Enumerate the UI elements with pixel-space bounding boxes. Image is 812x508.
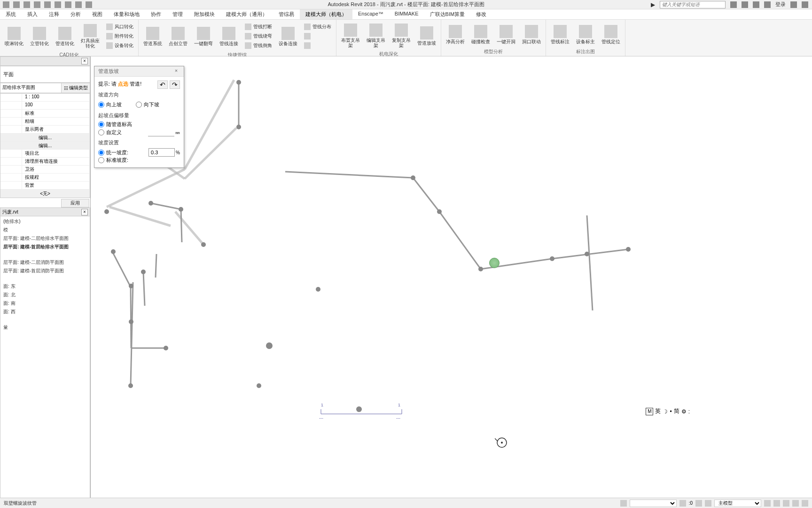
ribbon-button[interactable]: 一键开洞 [494,23,518,46]
status-icon[interactable] [802,500,808,507]
ribbon-tab[interactable]: 管理 [167,9,188,19]
tree-item[interactable]: 面: 北 [1,291,89,299]
selection-dropdown[interactable] [630,500,677,507]
ribbon-tab[interactable]: 分析 [65,9,86,19]
ribbon-button[interactable]: 编辑支吊架 [364,22,388,50]
tree-item[interactable]: 面: 东 [1,282,89,291]
property-row[interactable]: 项目北 [0,150,90,158]
ribbon-tab[interactable]: 注释 [43,9,65,19]
ribbon-button[interactable]: 立管转化 [27,25,52,48]
view-type-selector[interactable]: 平面 [0,66,90,83]
tree-item[interactable]: (给排水) [1,217,89,226]
ribbon-small-button[interactable]: 管线打断 [243,23,274,31]
ribbon-tab[interactable]: 修改 [470,9,492,19]
tree-item[interactable]: 层平面: 建模-二层给排水平面图 [1,234,89,243]
model-dropdown[interactable]: 主模型 [714,500,761,507]
ribbon-button[interactable]: 灯具插座转化 [78,22,102,50]
ribbon-button[interactable]: 设备连接 [276,25,300,48]
ime-indicator[interactable]: M 英 ☽ • 简 ⚙ : [646,407,690,415]
ribbon-button[interactable]: 复制支吊架 [389,22,414,50]
ribbon-tab[interactable]: 建模大师（通用） [220,9,273,19]
ribbon-tab[interactable]: 系统 [0,9,22,19]
ribbon-button[interactable]: 净高分析 [443,23,468,46]
property-row[interactable]: 精细 [0,118,90,126]
person-icon[interactable] [764,1,771,8]
ribbon-button[interactable]: 喷淋转化 [2,25,26,48]
ribbon-tab[interactable]: 广联达BIM算量 [424,9,471,19]
close-icon[interactable]: × [81,58,88,64]
ime-simp[interactable]: 简 [674,407,679,415]
ribbon-button[interactable]: 布置支吊架 [338,22,363,50]
ribbon-tab[interactable]: BIMMAKE [389,9,424,19]
ribbon-tab[interactable]: 视图 [86,9,108,19]
property-row[interactable]: 清理所有墙连接 [0,158,90,166]
qat-icon[interactable] [13,1,20,8]
status-icon[interactable] [792,500,799,507]
compass-icon[interactable] [495,436,509,450]
radio-down[interactable]: 向下坡 [136,101,159,108]
status-icon[interactable] [705,500,711,507]
ribbon-button[interactable]: 点创立管 [166,25,190,48]
ribbon-small-button[interactable]: 风口转化 [104,23,135,31]
tree-item[interactable]: 层平面: 建模-首层给排水平面图 [1,243,89,251]
tree-item[interactable]: 层平面: 建模-首层消防平面图 [1,267,89,275]
ribbon-button[interactable]: 碰撞检查 [468,23,493,46]
qat-icon[interactable] [3,1,9,8]
search-input[interactable] [660,1,726,8]
property-row[interactable]: 100 [0,102,90,110]
qat-icon[interactable] [44,1,51,8]
ribbon-button[interactable]: 洞口联动 [519,23,544,46]
prev-button[interactable]: ↶ [157,80,168,89]
status-icon[interactable] [783,500,789,507]
ribbon-small-button[interactable]: 附件转化 [104,32,135,40]
ribbon-button[interactable]: 管道系统 [141,25,165,48]
ribbon-small-button[interactable]: 管线分布 [302,23,333,31]
ribbon-tab[interactable]: 协作 [145,9,167,19]
ribbon-small-button[interactable]: 设备转化 [104,41,135,50]
edit-button[interactable]: 编辑... [0,142,90,150]
qat-icon[interactable] [23,1,30,8]
next-button[interactable]: ↷ [170,80,180,89]
status-icon[interactable] [695,500,702,507]
ime-gear-icon[interactable]: ⚙ [681,408,687,415]
status-icon[interactable] [679,500,686,507]
tree-item[interactable] [1,316,89,323]
ime-mode[interactable]: M [646,408,653,415]
tree-item[interactable] [1,251,89,258]
property-row[interactable]: 卫浴 [0,166,90,174]
ribbon-button[interactable]: 一键翻弯 [191,25,216,48]
radio-standard[interactable]: 标准坡度: [98,157,180,164]
tree-item[interactable]: 面: 南 [1,299,89,308]
type-dropdown[interactable]: 层给排水平面图 [0,83,62,93]
property-row[interactable]: 1 : 100 [0,94,90,102]
ribbon-button[interactable]: 管线定位 [599,23,623,46]
qat-icon[interactable] [65,1,71,8]
close-icon[interactable]: × [172,68,180,75]
star-icon[interactable] [753,1,759,8]
close-icon[interactable]: × [81,209,88,215]
help-icon[interactable] [802,1,808,8]
search-icon[interactable] [730,1,737,8]
ribbon-button[interactable]: 管线连接 [217,25,241,48]
ribbon-tab[interactable]: 管综易 [273,9,300,19]
tree-item[interactable]: 面: 西 [1,308,89,316]
custom-offset-input[interactable] [148,128,174,136]
ribbon-button[interactable]: 设备标主 [573,23,598,46]
property-row[interactable]: 标准 [0,110,90,118]
radio-unified[interactable]: 统一坡度: % [98,148,180,157]
status-icon[interactable] [620,500,627,507]
qat-icon[interactable] [55,1,61,8]
ribbon-tab[interactable]: Enscape™ [352,9,389,19]
ribbon-button[interactable]: 管道转化 [53,25,77,48]
ribbon-tab[interactable]: 建模大师（机电） [300,9,352,19]
radio-follow-pipe[interactable]: 随管道标高 [98,121,180,128]
qat-icon[interactable] [86,1,92,8]
ribbon-tab[interactable]: 附加模块 [188,9,220,19]
property-row[interactable]: 按规程 [0,174,90,182]
edit-button[interactable]: 编辑... [0,134,90,142]
radio-custom[interactable]: 自定义 ㎜ [98,128,180,136]
ribbon-small-button[interactable]: 管线倒角 [243,41,274,50]
property-row[interactable]: 显示两者 [0,126,90,134]
tree-item[interactable]: 层平面: 建模-二层消防平面图 [1,258,89,267]
status-icon[interactable] [764,500,771,507]
